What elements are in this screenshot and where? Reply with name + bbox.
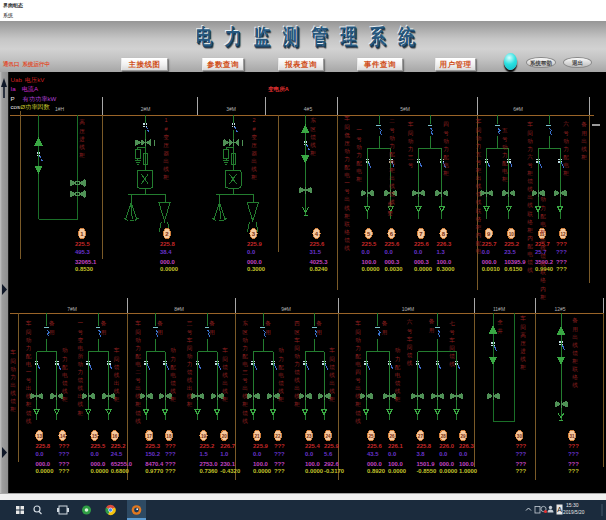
svg-text:力: 力: [344, 156, 350, 162]
svg-text:225.6: 225.6: [310, 241, 325, 247]
svg-text:力: 力: [242, 345, 248, 351]
svg-text:压: 压: [163, 142, 169, 148]
svg-text:电: 电: [26, 361, 32, 367]
svg-text:???: ???: [568, 451, 579, 457]
svg-text:力: 力: [540, 205, 546, 211]
svg-text:车: 车: [449, 337, 455, 343]
svg-text:动: 动: [389, 135, 395, 141]
svg-text:动: 动: [563, 138, 569, 144]
svg-text:线: 线: [389, 183, 395, 189]
svg-text:压: 压: [344, 140, 350, 146]
svg-text:6#M: 6#M: [513, 106, 523, 112]
svg-text:0.0: 0.0: [414, 249, 423, 255]
svg-text:联: 联: [527, 211, 533, 217]
svg-text:???: ???: [556, 259, 567, 265]
svg-text:225.9: 225.9: [253, 443, 268, 449]
svg-text:备: 备: [382, 320, 388, 327]
svg-text:用: 用: [265, 329, 271, 336]
svg-text:28: 28: [441, 434, 447, 439]
svg-text:线: 线: [278, 388, 284, 394]
svg-text:0.0: 0.0: [247, 249, 256, 255]
svg-text:10: 10: [509, 232, 515, 237]
svg-text:力: 力: [10, 374, 16, 380]
svg-text:车: 车: [10, 349, 16, 355]
svg-text:备: 备: [316, 320, 322, 327]
svg-text:Uab电压kV: Uab电压kV: [11, 76, 46, 83]
svg-text:用: 用: [209, 329, 215, 336]
svg-text:0.0030: 0.0030: [385, 266, 404, 272]
svg-text:3#M: 3#M: [226, 106, 236, 112]
svg-text:26: 26: [389, 434, 395, 439]
svg-text:动: 动: [476, 135, 482, 141]
svg-text:电: 电: [476, 248, 482, 254]
svg-text:21: 21: [255, 434, 261, 439]
svg-text:间: 间: [187, 345, 193, 352]
svg-text:线: 线: [310, 142, 316, 148]
svg-text:???: ???: [515, 468, 526, 474]
svg-text:馈: 馈: [389, 191, 395, 197]
svg-text:配: 配: [278, 364, 284, 371]
svg-text:1.5: 1.5: [200, 451, 209, 457]
svg-text:力: 力: [389, 143, 395, 149]
svg-text:0.0000: 0.0000: [253, 468, 272, 474]
svg-text:23.5: 23.5: [504, 249, 516, 255]
svg-text:电: 电: [242, 361, 248, 367]
svg-text:???: ???: [165, 468, 176, 474]
svg-text:0.9770: 0.9770: [145, 468, 164, 474]
svg-text:1.0000: 1.0000: [459, 468, 478, 474]
svg-text:线: 线: [449, 361, 455, 367]
svg-text:配: 配: [170, 364, 176, 371]
svg-text:A: A: [557, 506, 562, 513]
svg-text:配: 配: [395, 364, 401, 371]
svg-text:线: 线: [520, 356, 526, 362]
svg-text:车: 车: [329, 347, 335, 353]
svg-text:线: 线: [242, 418, 248, 424]
svg-text:车: 车: [294, 337, 300, 343]
svg-text:动: 动: [294, 353, 300, 359]
svg-text:号: 号: [389, 127, 395, 133]
svg-text:低: 低: [344, 132, 350, 138]
svg-text:2#M: 2#M: [141, 106, 151, 112]
svg-text:二: 二: [389, 118, 395, 124]
svg-text:000.3: 000.3: [414, 259, 429, 265]
svg-text:43.5: 43.5: [367, 451, 379, 457]
svg-text:线: 线: [251, 166, 257, 172]
svg-text:六: 六: [527, 154, 533, 160]
svg-text:???: ???: [515, 461, 526, 467]
svg-text:动: 动: [242, 337, 248, 343]
svg-text:动: 动: [502, 144, 508, 150]
svg-text:柜: 柜: [113, 396, 120, 402]
svg-text:???: ???: [59, 468, 70, 474]
svg-text:配: 配: [135, 353, 141, 360]
svg-text:0.8920: 0.8920: [367, 468, 386, 474]
svg-text:备: 备: [581, 121, 587, 128]
svg-text:出: 出: [581, 138, 587, 144]
svg-text:东: 东: [310, 117, 316, 123]
svg-text:13: 13: [37, 434, 43, 439]
svg-text:络: 络: [527, 219, 533, 226]
svg-text:馈: 馈: [77, 377, 83, 383]
svg-text:备: 备: [49, 320, 55, 327]
svg-text:四: 四: [443, 121, 449, 127]
svg-text:车: 车: [135, 320, 141, 326]
svg-text:电: 电: [278, 372, 284, 378]
svg-text:备: 备: [572, 317, 578, 324]
svg-text:???: ???: [165, 443, 176, 449]
svg-text:2753.0: 2753.0: [200, 461, 219, 467]
svg-text:力: 力: [294, 361, 300, 367]
svg-text:内: 内: [527, 235, 533, 241]
svg-text:变: 变: [77, 337, 83, 344]
svg-text:225.5: 225.5: [91, 443, 106, 449]
svg-text:号: 号: [449, 329, 455, 335]
svg-text:号: 号: [407, 328, 413, 334]
svg-text:备: 备: [209, 320, 215, 327]
svg-text:11#M: 11#M: [493, 306, 505, 312]
svg-text:六: 六: [563, 121, 569, 127]
svg-text:100.0: 100.0: [388, 461, 403, 467]
svg-text:出: 出: [163, 158, 169, 164]
svg-text:10395.9: 10395.9: [504, 259, 526, 265]
svg-text:线: 线: [395, 388, 401, 394]
svg-text:柜: 柜: [355, 176, 362, 182]
svg-text:力: 力: [527, 146, 533, 152]
svg-text:0.0000: 0.0000: [160, 266, 179, 272]
